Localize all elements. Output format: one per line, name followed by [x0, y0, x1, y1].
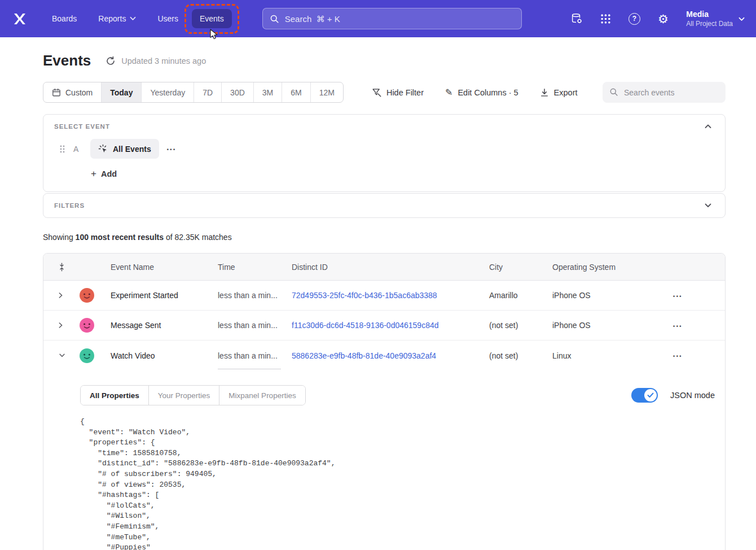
collapse-row-button[interactable] — [43, 353, 75, 357]
date-range-yesterday[interactable]: Yesterday — [141, 82, 194, 102]
collapse-panel-button[interactable] — [704, 123, 713, 130]
nav-item-reports[interactable]: Reports — [90, 9, 144, 28]
user-avatar — [80, 288, 94, 303]
distinct-id-link[interactable]: 72d49553-25fc-4f0c-b436-1b5ac6ab3388 — [292, 291, 489, 300]
date-range-today[interactable]: Today — [101, 82, 141, 102]
user-avatar — [80, 318, 94, 333]
export-button[interactable]: Export — [540, 88, 578, 97]
hide-filter-label: Hide Filter — [386, 88, 424, 97]
export-label: Export — [554, 88, 578, 97]
date-range-6m[interactable]: 6M — [282, 82, 310, 102]
col-header-os[interactable]: Operating System — [552, 263, 665, 272]
edit-columns-button[interactable]: ✎ Edit Columns · 5 — [445, 87, 518, 98]
expand-row-button[interactable] — [43, 292, 75, 299]
table-row[interactable]: Message Sent less than a min... f11c30d6… — [43, 311, 725, 341]
col-header-time[interactable]: Time — [218, 263, 292, 272]
more-icon: ••• — [673, 294, 683, 299]
filters-panel: FILTERS — [43, 193, 726, 218]
tab-mixpanel-properties[interactable]: Mixpanel Properties — [219, 386, 305, 405]
row-more-button[interactable]: ••• — [670, 288, 686, 303]
project-name: Media — [686, 9, 733, 20]
project-info: Media All Project Data — [686, 9, 733, 28]
calendar-icon — [52, 88, 61, 97]
global-search — [262, 8, 522, 29]
json-mode-toggle[interactable] — [631, 388, 658, 403]
city-cell: (not set) — [489, 351, 552, 360]
nav-item-users[interactable]: Users — [150, 9, 186, 28]
nav-item-boards[interactable]: Boards — [44, 9, 85, 28]
mixpanel-logo[interactable] — [12, 11, 27, 26]
mixpanel-logo-icon — [12, 11, 27, 26]
data-management-icon[interactable] — [570, 12, 583, 25]
add-label: Add — [101, 169, 117, 178]
global-search-input[interactable] — [285, 14, 521, 24]
date-range-custom[interactable]: Custom — [43, 82, 101, 102]
city-cell: (not set) — [489, 321, 552, 330]
distinct-id-link[interactable]: f11c30d6-dc6d-4518-9136-0d046159c84d — [292, 321, 489, 330]
toolbar: Custom Today Yesterday 7D 30D 3M 6M 12M … — [43, 82, 726, 103]
chevron-down-icon — [130, 16, 136, 21]
tab-all-properties[interactable]: All Properties — [81, 386, 148, 405]
json-mode-label: JSON mode — [670, 391, 715, 400]
chevron-down-icon — [705, 203, 711, 208]
table-row-expanded[interactable]: Watch Video less than a min... 5886283e-… — [43, 341, 725, 370]
hide-filter-button[interactable]: Hide Filter — [372, 88, 424, 97]
add-event-button[interactable]: + Add — [91, 165, 117, 182]
chevron-up-icon — [705, 124, 711, 129]
distinct-id-link[interactable]: 5886283e-e9fb-48fb-81de-40e9093a2af4 — [292, 351, 489, 360]
project-switcher[interactable]: Media All Project Data — [686, 9, 745, 28]
row-more-button[interactable]: ••• — [670, 348, 686, 363]
col-header-event-name[interactable]: Event Name — [111, 263, 218, 272]
toolbar-actions: Hide Filter ✎ Edit Columns · 5 Export — [372, 87, 578, 98]
events-table: Event Name Time Distinct ID City Operati… — [43, 253, 726, 550]
search-events-input[interactable] — [603, 82, 726, 103]
tab-your-properties[interactable]: Your Properties — [148, 386, 219, 405]
row-more-button[interactable]: ••• — [670, 318, 686, 333]
date-range-3m[interactable]: 3M — [253, 82, 282, 102]
results-suffix: of 82.35K matches — [164, 233, 232, 242]
updated-timestamp: Updated 3 minutes ago — [121, 56, 206, 66]
selected-event-name: All Events — [113, 145, 151, 154]
help-icon[interactable]: ? — [627, 12, 641, 25]
expand-rows-icon — [59, 262, 65, 272]
user-avatar — [80, 348, 94, 363]
refresh-button[interactable] — [106, 56, 116, 66]
nav-label: Users — [157, 14, 178, 23]
nav-item-events[interactable]: Events — [192, 9, 232, 28]
more-icon: ••• — [167, 147, 177, 152]
expand-filters-button[interactable] — [704, 202, 713, 209]
search-icon — [609, 88, 618, 97]
table-row[interactable]: Experiment Started less than a min... 72… — [43, 281, 725, 311]
plus-icon: + — [91, 168, 96, 180]
check-icon — [647, 392, 654, 398]
expand-all-rows-button[interactable] — [43, 262, 75, 272]
date-range-30d[interactable]: 30D — [221, 82, 253, 102]
filters-title: FILTERS — [54, 202, 85, 209]
col-header-distinct-id[interactable]: Distinct ID — [292, 263, 489, 272]
properties-tabs: All Properties Your Properties Mixpanel … — [80, 385, 306, 405]
drag-handle-icon[interactable] — [59, 145, 65, 154]
nav-label: Events — [200, 14, 224, 23]
event-name-cell: Message Sent — [111, 321, 218, 330]
event-selector-chip[interactable]: All Events — [90, 139, 159, 159]
col-header-city[interactable]: City — [489, 263, 552, 272]
nav-utilities: ? ⚙ Media All Project Data — [570, 9, 745, 28]
event-more-button[interactable]: ••• — [167, 145, 177, 153]
date-range-7d[interactable]: 7D — [194, 82, 221, 102]
settings-gear-icon[interactable]: ⚙ — [656, 12, 670, 25]
event-json-view: { "event": "Watch Video", "properties": … — [80, 417, 715, 550]
table-header-row: Event Name Time Distinct ID City Operati… — [43, 254, 725, 281]
project-scope: All Project Data — [686, 20, 733, 28]
date-range-12m[interactable]: 12M — [310, 82, 343, 102]
date-range-label: Custom — [65, 88, 93, 97]
more-icon: ••• — [673, 353, 683, 359]
time-cell: less than a min... — [218, 351, 292, 360]
edit-columns-label: Edit Columns · 5 — [458, 88, 518, 97]
time-cell: less than a min... — [218, 291, 292, 300]
more-icon: ••• — [673, 324, 683, 329]
apps-grid-icon[interactable] — [599, 12, 612, 25]
nav-label: Boards — [52, 14, 77, 23]
expand-row-button[interactable] — [43, 322, 75, 329]
event-selector-row: A All Events ••• — [54, 139, 713, 159]
time-cell: less than a min... — [218, 321, 292, 330]
